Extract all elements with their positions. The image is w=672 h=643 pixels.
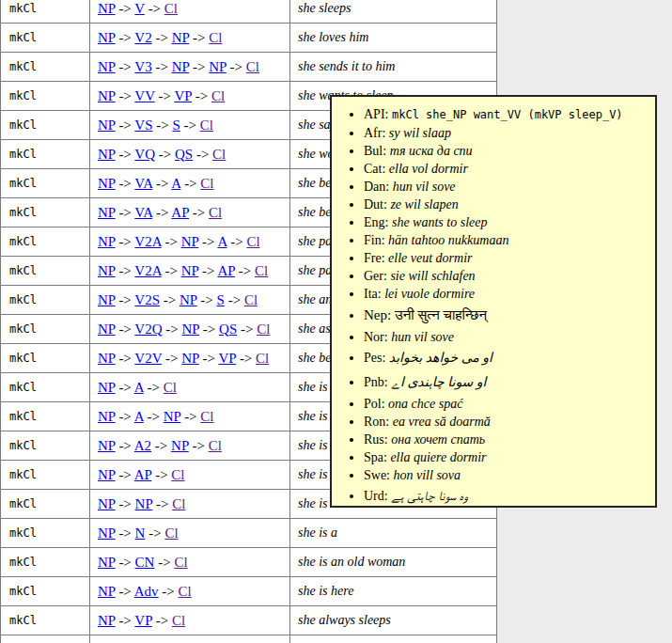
category-link-a[interactable]: A [134, 409, 144, 424]
category-link-np[interactable]: NP [98, 59, 116, 74]
rule-cell: NP -> VA -> A -> Cl [90, 169, 290, 198]
category-link-ap[interactable]: AP [134, 467, 152, 482]
category-link-np[interactable]: NP [98, 438, 116, 453]
category-link-np[interactable]: NP [98, 292, 116, 307]
category-link-np[interactable]: NP [181, 234, 199, 249]
translation-text: sie will schlafen [390, 269, 475, 283]
category-link-cl[interactable]: Cl [209, 438, 222, 453]
category-link-np[interactable]: NP [98, 147, 116, 162]
category-link-cl[interactable]: Cl [200, 118, 213, 133]
category-link-a[interactable]: A [217, 234, 227, 249]
category-link-np[interactable]: NP [98, 118, 116, 133]
category-link-cl[interactable]: Cl [164, 380, 177, 395]
category-link-ap[interactable]: AP [171, 205, 189, 220]
category-link-cl[interactable]: Cl [211, 88, 225, 103]
category-link-cl[interactable]: Cl [164, 525, 178, 541]
category-link-np[interactable]: NP [98, 1, 116, 16]
category-link-vp[interactable]: VP [219, 351, 237, 366]
category-link-np[interactable]: NP [98, 584, 116, 599]
category-link-np[interactable]: NP [98, 409, 116, 424]
translation-text: тя иска да спи [390, 144, 473, 158]
category-link-qs[interactable]: QS [175, 147, 193, 162]
category-link-cn[interactable]: CN [135, 555, 155, 570]
category-link-np[interactable]: NP [98, 380, 116, 395]
category-link-cl[interactable]: Cl [164, 1, 178, 16]
translation-text: she wants to sleep [392, 215, 488, 229]
category-link-v2q[interactable]: V2Q [134, 322, 162, 337]
category-link-cl[interactable]: Cl [246, 59, 259, 74]
category-link-v[interactable]: V [134, 1, 145, 16]
category-link-vv[interactable]: VV [134, 88, 154, 103]
category-link-cl[interactable]: Cl [212, 147, 226, 162]
category-link-cl[interactable]: Cl [209, 205, 222, 220]
category-link-s[interactable]: S [217, 292, 225, 307]
category-link-np[interactable]: NP [181, 263, 199, 278]
category-link-np[interactable]: NP [98, 467, 116, 482]
category-link-np[interactable]: NP [98, 263, 116, 278]
category-link-cl[interactable]: Cl [200, 176, 213, 191]
category-link-vq[interactable]: VQ [134, 147, 155, 162]
translation-text: elle veut dormir [388, 251, 472, 265]
category-link-np[interactable]: NP [181, 322, 199, 337]
category-link-va[interactable]: VA [134, 205, 152, 220]
category-link-a[interactable]: A [134, 380, 144, 395]
category-link-np[interactable]: NP [209, 59, 227, 74]
category-link-np[interactable]: NP [98, 205, 116, 220]
category-link-vs[interactable]: VS [134, 118, 152, 133]
category-link-np[interactable]: NP [98, 525, 116, 541]
category-link-v2a[interactable]: V2A [134, 263, 161, 278]
language-code: Swe: [364, 468, 394, 482]
category-link-np[interactable]: NP [98, 351, 116, 366]
category-link-qs[interactable]: QS [219, 322, 237, 337]
category-link-v3[interactable]: V3 [134, 59, 151, 74]
category-link-np[interactable]: NP [180, 292, 197, 307]
category-link-cl[interactable]: Cl [171, 467, 184, 482]
category-link-adv[interactable]: Adv [134, 584, 159, 599]
category-link-np[interactable]: NP [98, 555, 116, 570]
category-link-np[interactable]: NP [98, 176, 116, 191]
category-link-cl[interactable]: Cl [172, 496, 185, 511]
category-link-v2v[interactable]: V2V [134, 351, 162, 366]
category-link-va[interactable]: VA [134, 176, 152, 191]
category-link-vp[interactable]: VP [174, 88, 192, 103]
category-link-cl[interactable]: Cl [244, 292, 258, 307]
translation-item: Ron: ea vrea să doarmă [364, 413, 649, 431]
category-link-cl[interactable]: Cl [257, 322, 270, 337]
category-link-np[interactable]: NP [98, 613, 116, 628]
category-link-np[interactable]: NP [172, 30, 190, 45]
category-link-cl[interactable]: Cl [179, 584, 192, 599]
language-code: Afr: [364, 126, 389, 140]
language-code: Pes: [364, 351, 389, 365]
category-link-np[interactable]: NP [98, 234, 116, 249]
category-link-a2[interactable]: A2 [134, 438, 151, 453]
category-link-a[interactable]: A [171, 176, 180, 191]
category-link-np[interactable]: NP [98, 496, 116, 511]
category-link-cl[interactable]: Cl [174, 555, 187, 570]
category-link-np[interactable]: NP [164, 409, 181, 424]
category-link-cl[interactable]: Cl [256, 351, 269, 366]
language-code: Bul: [364, 144, 390, 158]
category-link-v2[interactable]: V2 [134, 30, 151, 45]
category-link-s[interactable]: S [172, 118, 180, 133]
category-link-np[interactable]: NP [171, 438, 189, 453]
category-link-cl[interactable]: Cl [172, 613, 185, 628]
category-link-ap[interactable]: AP [217, 263, 235, 278]
function-name-cell: mkCl [1, 111, 90, 140]
category-link-np[interactable]: NP [181, 351, 199, 366]
category-link-np[interactable]: NP [98, 88, 116, 103]
category-link-cl[interactable]: Cl [200, 409, 213, 424]
category-link-cl[interactable]: Cl [246, 234, 259, 249]
translation-item: Rus: она хочет спать [364, 431, 649, 448]
rule-cell: NP -> V2V -> NP -> VP -> Cl [90, 344, 290, 373]
category-link-vp[interactable]: VP [134, 613, 152, 628]
category-link-n[interactable]: N [135, 525, 146, 541]
rule-cell: NP -> VA -> AP -> Cl [90, 198, 290, 227]
category-link-np[interactable]: NP [98, 322, 116, 337]
category-link-cl[interactable]: Cl [209, 30, 222, 45]
category-link-v2a[interactable]: V2A [134, 234, 161, 249]
category-link-np[interactable]: NP [98, 30, 116, 45]
category-link-np[interactable]: NP [172, 59, 190, 74]
category-link-cl[interactable]: Cl [255, 263, 268, 278]
category-link-np[interactable]: NP [135, 496, 153, 511]
category-link-v2s[interactable]: V2S [134, 292, 160, 307]
